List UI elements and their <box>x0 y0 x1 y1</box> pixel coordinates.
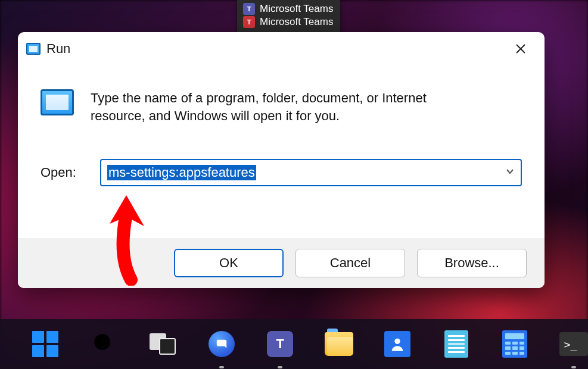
run-description: Type the name of a program, folder, docu… <box>91 89 484 124</box>
open-combobox[interactable]: ms-settings:appsfeatures <box>100 159 522 186</box>
folder-icon <box>325 332 353 356</box>
people-icon <box>384 331 410 357</box>
run-icon <box>41 89 74 115</box>
chat-icon <box>209 331 235 357</box>
close-button[interactable] <box>509 37 533 61</box>
file-explorer-button[interactable] <box>325 329 354 359</box>
teams-icon: T <box>243 16 255 28</box>
cancel-button[interactable]: Cancel <box>295 249 405 277</box>
task-view-icon <box>150 333 176 355</box>
teams-icon: T <box>243 3 255 15</box>
tooltip-label: Microsoft Teams <box>260 15 333 29</box>
calculator-button[interactable] <box>500 329 530 359</box>
browse-button[interactable]: Browse... <box>417 249 527 277</box>
notepad-button[interactable] <box>442 329 471 359</box>
taskbar: T >_ <box>0 319 588 369</box>
open-label: Open: <box>41 165 88 180</box>
search-button[interactable] <box>90 329 119 359</box>
windows-logo-icon <box>32 331 58 357</box>
dialog-footer: OK Cancel Browse... <box>18 238 545 288</box>
run-dialog: Run Type the name of a program, folder, … <box>18 32 545 288</box>
notepad-icon <box>444 330 468 358</box>
task-view-button[interactable] <box>148 329 178 359</box>
ok-button[interactable]: OK <box>174 249 284 277</box>
teams-button[interactable]: T <box>266 329 295 359</box>
teams-window-tooltip: T Microsoft Teams T Microsoft Teams <box>237 0 340 32</box>
svg-point-4 <box>395 339 400 344</box>
open-input-value[interactable]: ms-settings:appsfeatures <box>107 165 256 180</box>
chevron-down-icon[interactable] <box>505 167 515 179</box>
svg-line-3 <box>108 348 116 355</box>
close-icon <box>515 43 526 54</box>
teams-icon: T <box>267 331 293 357</box>
window-title: Run <box>46 41 70 57</box>
start-button[interactable] <box>31 329 60 359</box>
chat-button[interactable] <box>207 329 237 359</box>
titlebar: Run <box>18 32 545 65</box>
tooltip-label: Microsoft Teams <box>260 2 333 15</box>
svg-point-2 <box>94 334 110 350</box>
terminal-icon: >_ <box>559 332 588 356</box>
run-icon <box>26 43 41 55</box>
people-button[interactable] <box>383 329 412 359</box>
calculator-icon <box>502 330 527 358</box>
terminal-button[interactable]: >_ <box>559 329 589 359</box>
search-icon <box>90 330 119 359</box>
